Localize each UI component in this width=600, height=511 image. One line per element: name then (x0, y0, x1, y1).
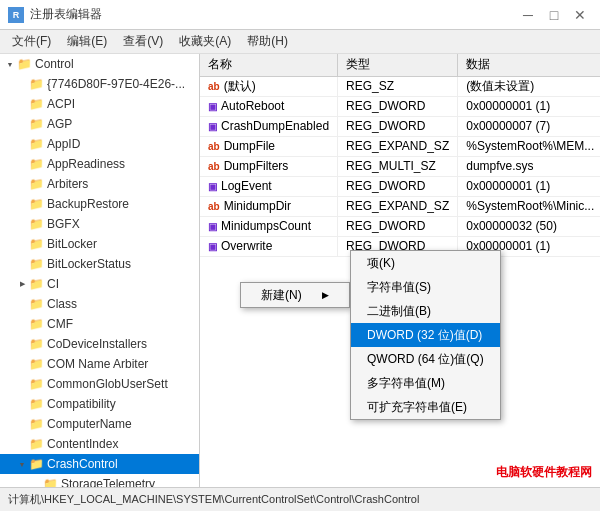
table-row[interactable]: ▣CrashDumpEnabledREG_DWORD0x00000007 (7) (200, 116, 600, 136)
table-row[interactable]: ab(默认)REG_SZ(数值未设置) (200, 76, 600, 96)
tree-item-class[interactable]: 📁Class (0, 294, 199, 314)
tree-item-contentindex[interactable]: 📁ContentIndex (0, 434, 199, 454)
folder-icon-appid: 📁 (28, 136, 44, 152)
folder-icon-acpi: 📁 (28, 96, 44, 112)
watermark: 电脑软硬件教程网 (496, 464, 592, 481)
folder-icon-computername: 📁 (28, 416, 44, 432)
status-path: 计算机\HKEY_LOCAL_MACHINE\SYSTEM\CurrentCon… (8, 492, 419, 507)
tree-label-computername: ComputerName (47, 417, 132, 431)
tree-item-control[interactable]: 📁Control (0, 54, 199, 74)
cell-name-1: ▣AutoReboot (200, 96, 338, 116)
tree-item-ci[interactable]: 📁CI (0, 274, 199, 294)
table-row[interactable]: ▣AutoRebootREG_DWORD0x00000001 (1) (200, 96, 600, 116)
tree-item-backuprestore[interactable]: 📁BackupRestore (0, 194, 199, 214)
tree-item-commonglobusersett[interactable]: 📁CommonGlobUserSett (0, 374, 199, 394)
tree-item-bitlockerstatus[interactable]: 📁BitLockerStatus (0, 254, 199, 274)
col-data: 数据 (458, 54, 600, 76)
folder-icon-control: 📁 (16, 56, 32, 72)
tree-toggle-crashcontrol[interactable] (16, 458, 28, 470)
registry-tree[interactable]: 📁Control📁{7746D80F-97E0-4E26-...📁ACPI📁AG… (0, 54, 200, 487)
tree-item-computername[interactable]: 📁ComputerName (0, 414, 199, 434)
window-controls: ─ □ ✕ (516, 3, 592, 27)
submenu-item-qword64[interactable]: QWORD (64 位)值(Q) (351, 347, 500, 371)
window-title: 注册表编辑器 (30, 6, 516, 23)
cell-type-0: REG_SZ (338, 76, 458, 96)
tree-item-storagetelemetry[interactable]: 📁StorageTelemetry (0, 474, 199, 487)
tree-item-guid[interactable]: 📁{7746D80F-97E0-4E26-... (0, 74, 199, 94)
folder-icon-codeviceinstallers: 📁 (28, 336, 44, 352)
cell-name-2: ▣CrashDumpEnabled (200, 116, 338, 136)
tree-item-acpi[interactable]: 📁ACPI (0, 94, 199, 114)
cell-data-1: 0x00000001 (1) (458, 96, 600, 116)
tree-item-bitlocker[interactable]: 📁BitLocker (0, 234, 199, 254)
folder-icon-crashcontrol: 📁 (28, 456, 44, 472)
menu-item-f[interactable]: 文件(F) (4, 31, 59, 52)
tree-label-bitlocker: BitLocker (47, 237, 97, 251)
app-icon: R (8, 7, 24, 23)
main-content: 📁Control📁{7746D80F-97E0-4E26-...📁ACPI📁AG… (0, 54, 600, 487)
tree-item-appreadiness[interactable]: 📁AppReadiness (0, 154, 199, 174)
status-bar: 计算机\HKEY_LOCAL_MACHINE\SYSTEM\CurrentCon… (0, 487, 600, 511)
close-button[interactable]: ✕ (568, 3, 592, 27)
tree-label-agp: AGP (47, 117, 72, 131)
tree-label-class: Class (47, 297, 77, 311)
tree-label-guid: {7746D80F-97E0-4E26-... (47, 77, 185, 91)
tree-item-arbiters[interactable]: 📁Arbiters (0, 174, 199, 194)
tree-item-bgfx[interactable]: 📁BGFX (0, 214, 199, 234)
folder-icon-bgfx: 📁 (28, 216, 44, 232)
tree-item-agp[interactable]: 📁AGP (0, 114, 199, 134)
tree-item-codeviceinstallers[interactable]: 📁CoDeviceInstallers (0, 334, 199, 354)
context-menu: 新建(N) ▶ (240, 282, 350, 308)
folder-icon-bitlocker: 📁 (28, 236, 44, 252)
cell-name-5: ▣LogEvent (200, 176, 338, 196)
minimize-button[interactable]: ─ (516, 3, 540, 27)
cell-name-8: ▣Overwrite (200, 236, 338, 256)
submenu-item-dword32[interactable]: DWORD (32 位)值(D) (351, 323, 500, 347)
cell-type-4: REG_MULTI_SZ (338, 156, 458, 176)
context-new-item[interactable]: 新建(N) ▶ (241, 283, 349, 307)
maximize-button[interactable]: □ (542, 3, 566, 27)
menu-item-a[interactable]: 收藏夹(A) (171, 31, 239, 52)
tree-item-comnamearb[interactable]: 📁COM Name Arbiter (0, 354, 199, 374)
submenu-item-string[interactable]: 字符串值(S) (351, 275, 500, 299)
cell-data-5: 0x00000001 (1) (458, 176, 600, 196)
cell-data-2: 0x00000007 (7) (458, 116, 600, 136)
table-row[interactable]: abMinidumpDirREG_EXPAND_SZ%SystemRoot%\M… (200, 196, 600, 216)
tree-toggle-control[interactable] (4, 58, 16, 70)
submenu-item-expandstring[interactable]: 可扩充字符串值(E) (351, 395, 500, 419)
tree-label-appreadiness: AppReadiness (47, 157, 125, 171)
menu-item-e[interactable]: 编辑(E) (59, 31, 115, 52)
tree-label-bgfx: BGFX (47, 217, 80, 231)
cell-type-6: REG_EXPAND_SZ (338, 196, 458, 216)
table-row[interactable]: ▣MinidumpsCountREG_DWORD0x00000032 (50) (200, 216, 600, 236)
folder-icon-cmf: 📁 (28, 316, 44, 332)
bin-icon: ▣ (208, 181, 217, 192)
ab-icon: ab (208, 161, 220, 172)
tree-item-cmf[interactable]: 📁CMF (0, 314, 199, 334)
menu-item-h[interactable]: 帮助(H) (239, 31, 296, 52)
tree-item-appid[interactable]: 📁AppID (0, 134, 199, 154)
tree-label-arbiters: Arbiters (47, 177, 88, 191)
folder-icon-agp: 📁 (28, 116, 44, 132)
cell-type-1: REG_DWORD (338, 96, 458, 116)
submenu-item-key[interactable]: 项(K) (351, 251, 500, 275)
table-row[interactable]: ▣LogEventREG_DWORD0x00000001 (1) (200, 176, 600, 196)
menu-item-v[interactable]: 查看(V) (115, 31, 171, 52)
cell-name-4: abDumpFilters (200, 156, 338, 176)
cell-type-2: REG_DWORD (338, 116, 458, 136)
submenu-item-binary[interactable]: 二进制值(B) (351, 299, 500, 323)
tree-label-control: Control (35, 57, 74, 71)
tree-label-compatibility: Compatibility (47, 397, 116, 411)
submenu-item-multistring[interactable]: 多字符串值(M) (351, 371, 500, 395)
tree-item-compatibility[interactable]: 📁Compatibility (0, 394, 199, 414)
table-row[interactable]: abDumpFileREG_EXPAND_SZ%SystemRoot%\MEM.… (200, 136, 600, 156)
tree-item-crashcontrol[interactable]: 📁CrashControl (0, 454, 199, 474)
ab-icon: ab (208, 141, 220, 152)
context-new-label: 新建(N) (261, 287, 302, 304)
tree-toggle-ci[interactable] (16, 278, 28, 290)
tree-label-backuprestore: BackupRestore (47, 197, 129, 211)
folder-icon-compatibility: 📁 (28, 396, 44, 412)
bin-icon: ▣ (208, 241, 217, 252)
table-row[interactable]: abDumpFiltersREG_MULTI_SZdumpfve.sys (200, 156, 600, 176)
cell-name-7: ▣MinidumpsCount (200, 216, 338, 236)
